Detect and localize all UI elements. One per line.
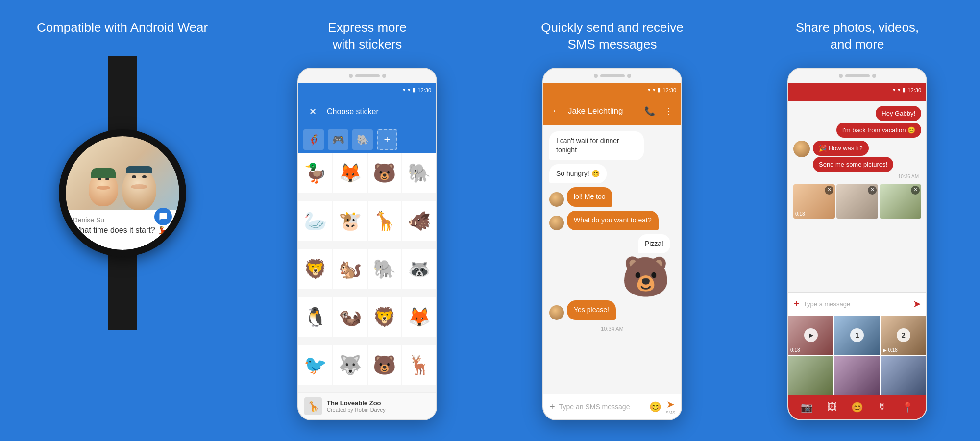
picker-thumb-2[interactable]: 1 [834,316,880,355]
photo-input-field[interactable]: Type a message [804,300,909,308]
location-icon-picker[interactable]: 📍 [902,401,914,413]
wifi-icon-photos: ▾ [893,87,896,93]
panel-title-sms: Quickly send and receiveSMS messages [541,20,683,53]
sticker-cell-14[interactable]: 🦦 [333,297,367,337]
sticker-cell-10[interactable]: 🐿️ [333,249,367,289]
sticker-cell-6[interactable]: 🐮 [333,201,367,241]
sticker-cell-1[interactable]: 🦆 [298,153,332,193]
number-badge-2: 2 [897,328,910,342]
status-icons-sms: ▾ ▾ ▮ 12:30 [648,87,676,93]
sticker-tab-add[interactable]: + [377,129,397,150]
photo-bubble-hey: Hey Gabby! [876,106,921,121]
panel-title-stickers: Express morewith stickers [328,20,406,53]
sticker-tab-1[interactable]: 🦸 [303,129,324,150]
sticker-tab-bar: 🦸 🎮 🐘 + [298,126,436,153]
send-icon-photo[interactable]: ➤ [913,298,921,310]
sticker-cell-18[interactable]: 🐺 [333,345,367,385]
time-label: 12:30 [417,87,431,93]
attach-icon-photo[interactable]: + [793,297,800,310]
photo-bubble-vacation: I'm back from vacation 😊 [836,122,921,138]
sent-row-1: 🎉 How was it? Send me some pictures! [793,141,921,172]
photo-bubble-pictures: Send me some pictures! [813,157,893,172]
chat-bubble-2: So hungry! 😊 [549,164,607,184]
camera-icon-picker[interactable]: 📷 [801,401,813,413]
sticker-pack-icon: 🦒 [304,397,322,415]
watch-reply-button[interactable] [154,208,172,225]
sticker-cell-17[interactable]: 🐦 [298,345,332,385]
picker-thumb-5[interactable] [834,356,880,395]
sent-bubble-col: 🎉 How was it? Send me some pictures! [813,141,893,172]
phone-speaker-photos [845,74,870,77]
sms-chat-body: I can't wait for dinner tonight So hungr… [543,125,681,394]
sticker-cell-3[interactable]: 🐻 [368,153,402,193]
play-badge-1: ▶ [804,328,818,342]
phone-camera [349,74,353,78]
gallery-icon-picker[interactable]: 🖼 [827,401,837,413]
more-icon[interactable]: ⋮ [662,104,675,118]
chat-bubble-1: I can't wait for dinner tonight [549,131,644,160]
sticker-grid: 🦆 🦊 🐻 🐘 🦢 🐮 🦒 🐗 🦁 🐿️ 🐘 🦝 🐧 🦦 🦁 🦊 🐦 🐺 � [298,153,436,392]
picker-thumb-1[interactable]: ▶ 0:18 [788,316,833,355]
watch-band-bottom [108,252,137,330]
sticker-cell-2[interactable]: 🦊 [333,153,367,193]
time-label-sms: 12:30 [662,87,676,93]
emoji-icon-picker[interactable]: 😊 [851,401,863,413]
photo-delete-2[interactable]: ✕ [868,186,877,195]
mic-icon-picker[interactable]: 🎙 [878,401,887,413]
photo-picker-grid: ▶ 0:18 1 2 ▶ 0:18 [788,316,926,395]
phone-camera-photos [839,74,843,78]
sticker-cell-7[interactable]: 🦒 [368,201,402,241]
call-icon[interactable]: 📞 [643,104,657,118]
phone-top-bar-photos [788,69,926,83]
phone-camera-sms [594,74,598,78]
avatar-sent-3 [549,305,564,320]
sticker-tab-3[interactable]: 🐘 [352,129,373,150]
sticker-cell-16[interactable]: 🦊 [402,297,436,337]
sticker-pack-footer: 🦒 The Loveable Zoo Created by Robin Dave… [298,392,436,419]
photo-delete-1[interactable]: ✕ [825,186,833,195]
sticker-pack-info: The Loveable Zoo Created by Robin Davey [327,399,386,413]
sticker-header-title: Choose sticker [327,107,429,116]
photo-thumb-3[interactable]: ✕ [880,184,921,219]
attach-icon[interactable]: + [549,401,555,413]
panel-stickers: Express morewith stickers ▾ ▾ ▮ 12:30 ✕ … [245,0,490,441]
emoji-icon[interactable]: 😊 [649,401,662,413]
sms-input-bar: + Type an SMS message 😊 ➤ SMS [543,394,681,419]
sticker-cell-11[interactable]: 🐘 [368,249,402,289]
photo-delete-3[interactable]: ✕ [911,186,920,195]
battery-icon-photos: ▮ [903,87,906,93]
sticker-cell-12[interactable]: 🦝 [402,249,436,289]
photo-input-bar: + Type a message ➤ [788,292,926,316]
status-bar-stickers: ▾ ▾ ▮ 12:30 [298,83,436,97]
status-bar-sms: ▾ ▾ ▮ 12:30 [543,83,681,97]
chat-bubble-4: What do you want to eat? [567,211,659,230]
sticker-cell-5[interactable]: 🦢 [298,201,332,241]
close-icon[interactable]: ✕ [306,105,319,119]
sticker-cell-4[interactable]: 🐘 [402,153,436,193]
picker-thumb-4[interactable] [788,356,833,395]
chat-bubble-5: Pizza! [638,234,670,254]
chat-bubble-3: lol! Me too [567,187,612,207]
sms-chat-header: ← Jake Leichtling 📞 ⋮ [543,97,681,125]
sticker-cell-15[interactable]: 🦁 [368,297,402,337]
sticker-cell-20[interactable]: 🦌 [402,345,436,385]
photo-timestamp: 10:36 AM [793,174,921,179]
send-button[interactable]: ➤ SMS [665,398,675,415]
picker-thumb-3[interactable]: 2 ▶ 0:18 [881,316,926,355]
picker-thumb-6[interactable] [881,356,926,395]
received-bubbles: Hey Gabby! I'm back from vacation 😊 [793,106,921,138]
back-icon[interactable]: ← [549,104,563,118]
sticker-cell-8[interactable]: 🐗 [402,201,436,241]
sticker-cell-13[interactable]: 🐧 [298,297,332,337]
number-badge-1: 1 [850,328,864,342]
sticker-cell-9[interactable]: 🦁 [298,249,332,289]
phone-content-stickers: ▾ ▾ ▮ 12:30 ✕ Choose sticker 🦸 🎮 🐘 + 🦆 🦊 [298,83,436,419]
sticker-tab-2[interactable]: 🎮 [328,129,348,150]
duration-2: ▶ 0:18 [883,347,898,353]
sms-input-field[interactable]: Type an SMS message [559,403,646,411]
watch-message-text: What time does it start? 💃 ✨ [73,225,172,244]
photo-thumb-2[interactable]: ✕ [836,184,878,219]
photo-thumb-1[interactable]: ✕ 0:18 [793,184,835,219]
phone-speaker-sms [600,74,625,77]
sticker-cell-19[interactable]: 🐻 [368,345,402,385]
